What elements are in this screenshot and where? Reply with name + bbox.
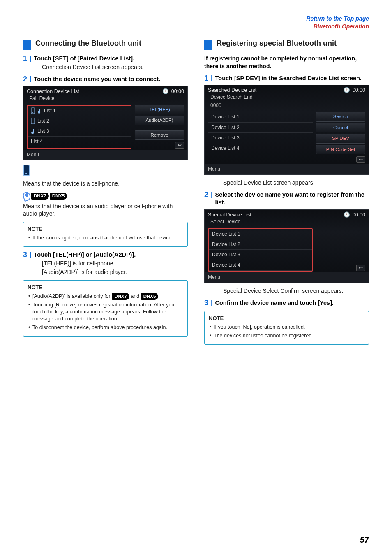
return-icon[interactable]: ↩	[356, 265, 365, 271]
page-number: 57	[360, 534, 369, 545]
step-divider: |	[30, 55, 31, 62]
step-divider: |	[30, 251, 31, 258]
phone-icon	[31, 118, 35, 124]
ss-status: Select Device	[205, 218, 369, 227]
note-item: [Audio(A2DP)] is available only for DNX7…	[28, 293, 183, 300]
note-text: .	[158, 293, 159, 299]
step-divider: |	[211, 299, 212, 306]
step-number: 3	[204, 299, 208, 306]
right-column: Registering special Bluetooth unit If re…	[204, 39, 369, 349]
clock-icon: 🕐	[344, 87, 350, 94]
ss-clock: 00:00	[353, 87, 365, 94]
list-item[interactable]: List 4	[28, 137, 131, 147]
step-text: Confirm the device name and touch [Yes].	[215, 299, 334, 307]
ss-clock: 00:00	[353, 211, 365, 218]
list-item[interactable]: Device List 3	[208, 133, 313, 143]
list-item[interactable]: Device List 1	[209, 229, 312, 239]
searched-device-list-screenshot: Searched Device List 🕐00:00 Device Searc…	[204, 85, 369, 175]
ss-title: Connection Device List	[27, 88, 79, 95]
ss-title: Special Device List	[208, 211, 251, 218]
dnx7-badge: DNX7	[31, 193, 49, 200]
step-number: 1	[23, 55, 27, 62]
note-item: The devices not listed cannot be registe…	[210, 332, 364, 339]
left-step-3: 3 | Touch [TEL(HFP)] or [Audio(A2DP)].	[23, 251, 188, 259]
section-marker	[204, 40, 212, 50]
remove-button[interactable]: Remove	[135, 130, 184, 140]
step-text: Touch [SP DEV] in the Searched Device Li…	[215, 74, 362, 83]
left-column: Connecting the Bluetooth unit 1 | Touch …	[23, 39, 188, 349]
step-divider: |	[211, 191, 212, 198]
ss-status: Device Search End	[205, 94, 369, 102]
list-item[interactable]: Device List 3	[209, 250, 312, 260]
list-item[interactable]: Device List 1	[208, 112, 313, 122]
list-item-label: List 1	[44, 107, 56, 114]
device-list-highlight: Device List 1 Device List 2 Device List …	[208, 228, 313, 272]
note-item: To disconnect the device, perform above …	[28, 324, 183, 331]
left-step-1: 1 | Touch [SET] of [Paired Device List].	[23, 55, 188, 63]
lead-paragraph: If registering cannot be completed by no…	[204, 55, 369, 70]
section-marker	[23, 40, 31, 50]
list-item-label: List 4	[31, 138, 43, 145]
list-item[interactable]: Device List 4	[208, 143, 313, 153]
svg-point-1	[32, 112, 33, 113]
list-item[interactable]: Device List 2	[209, 239, 312, 250]
note-item: Touching [Remove] removes registration i…	[28, 302, 183, 323]
connection-device-list-screenshot: Connection Device List 🕐00:00 Pair Devic…	[23, 86, 188, 160]
section-link[interactable]: Bluetooth Operation	[314, 23, 369, 30]
pin-code-set-button[interactable]: PIN Code Set	[316, 145, 365, 155]
clock-icon: 🕐	[162, 88, 169, 95]
search-button[interactable]: Search	[316, 112, 365, 122]
header-links: Return to the Top page Bluetooth Operati…	[23, 15, 369, 30]
menu-button[interactable]: Menu	[23, 150, 187, 160]
note-box: NOTE [Audio(A2DP)] is available only for…	[23, 280, 188, 337]
note-text: [Audio(A2DP)] is available only for	[32, 293, 112, 299]
left-step-2: 2 | Touch the device name you want to co…	[23, 75, 188, 84]
right-step-1: 1 | Touch [SP DEV] in the Searched Devic…	[204, 74, 369, 83]
note-box: NOTE If the icon is lighted, it means th…	[23, 222, 188, 246]
sp-dev-button[interactable]: SP DEV	[316, 134, 365, 144]
clock-icon: 🕐	[344, 211, 350, 218]
phone-icon	[31, 107, 35, 114]
step-divider: |	[211, 74, 212, 82]
phone-desc: Means that the device is a cell-phone.	[23, 180, 188, 188]
section-title-right: Registering special Bluetooth unit	[217, 39, 337, 48]
return-icon[interactable]: ↩	[175, 142, 184, 149]
ss-title: Searched Device List	[208, 87, 256, 94]
ss-subtitle: Pair Device	[23, 95, 187, 103]
tel-hfp-button[interactable]: TEL(HFP)	[135, 105, 184, 115]
step-text: Touch [SET] of [Paired Device List].	[34, 55, 135, 63]
list-item[interactable]: Device List 4	[209, 260, 312, 270]
list-item[interactable]: List 3	[28, 126, 131, 137]
note-icon	[31, 128, 35, 135]
note-title: NOTE	[28, 225, 183, 233]
step-number: 1	[204, 74, 208, 82]
list-item[interactable]: List 1	[28, 106, 131, 116]
list-item[interactable]: List 2	[28, 116, 131, 126]
menu-button[interactable]: Menu	[205, 164, 369, 174]
dnx5-badge: DNX5	[50, 193, 67, 200]
svg-point-3	[32, 123, 33, 123]
return-icon[interactable]: ↩	[356, 156, 365, 163]
note-text: and	[129, 293, 141, 299]
list-item[interactable]: Device List 2	[208, 123, 313, 133]
step-divider: |	[30, 75, 31, 83]
cancel-button[interactable]: Cancel	[316, 123, 365, 133]
right-step-3: 3 | Confirm the device name and touch [Y…	[204, 299, 369, 307]
right-step-2: 2 | Select the device name you want to r…	[204, 191, 369, 207]
step-text: Select the device name you want to regis…	[215, 191, 369, 207]
ss-count: 0000	[205, 102, 369, 110]
device-list-highlight: List 1 List 2 List 3 List 4	[27, 105, 131, 149]
step-text: Touch [TEL(HFP)] or [Audio(A2DP)].	[34, 251, 136, 259]
special-device-list-screenshot: Special Device List 🕐00:00 Select Device…	[204, 209, 369, 283]
step-subtext: Special Device List screen appears.	[223, 179, 369, 187]
menu-button[interactable]: Menu	[205, 272, 369, 283]
audio-desc: Means that the device is an audio player…	[23, 202, 188, 218]
return-top-link[interactable]: Return to the Top page	[306, 15, 369, 22]
note-item: If you touch [No], operation is cancelle…	[210, 324, 364, 331]
section-title-left: Connecting the Bluetooth unit	[35, 39, 141, 48]
step-subtext: Connection Device List screen appears.	[42, 63, 188, 71]
header-rule	[23, 33, 369, 33]
step-subtext: [TEL(HFP)] is for cell-phone.	[42, 260, 188, 267]
audio-a2dp-button[interactable]: Audio(A2DP)	[135, 116, 184, 125]
step-text: Touch the device name you want to connec…	[34, 75, 161, 84]
